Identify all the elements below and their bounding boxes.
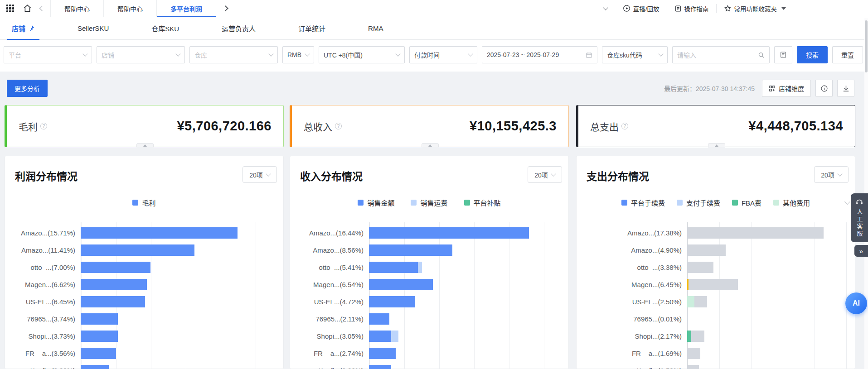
customer-service-widget[interactable]: 人工客服 (851, 193, 868, 242)
timezone-select[interactable]: UTC +8(中国) (319, 46, 405, 63)
tab-order-stats[interactable]: 订单统计 (298, 17, 325, 40)
revenue-distribution-panel: 收入分布情况 20项 销售金额销售运费平台补贴 Amazo...(16.44%)… (290, 156, 569, 369)
help-icon[interactable]: ? (335, 123, 342, 129)
bar-row: FR__a...(3.56%) (5, 345, 275, 362)
kpi-card-gross-profit: 毛利? ¥5,706,720.166 (5, 105, 284, 147)
ai-assistant-button[interactable]: AI (845, 292, 867, 314)
help-icon[interactable]: ? (40, 123, 47, 129)
dimension-icon (769, 85, 776, 92)
bar-segment (369, 348, 396, 359)
tab-help-center-1[interactable]: 帮助中心 (50, 0, 104, 17)
card-collapse-handle[interactable] (136, 143, 154, 147)
warehouse-select[interactable]: 仓库 (189, 46, 278, 63)
legend-item[interactable]: 毛利 (132, 198, 155, 207)
app-grid-menu-icon[interactable] (6, 5, 14, 12)
shop-select[interactable]: 店铺 (97, 46, 185, 63)
tab-scroll-right-icon[interactable] (223, 5, 228, 11)
currency-select[interactable]: RMB (282, 46, 314, 63)
bar-row-label: FR__a...(1.69%) (577, 350, 687, 357)
legend-label: 销售运费 (420, 198, 447, 207)
bar (369, 262, 422, 273)
bar-segment (694, 296, 707, 307)
legend-item[interactable]: 支付手续费 (677, 198, 720, 207)
pin-icon[interactable] (28, 25, 35, 32)
keyword-search-input[interactable]: 请输入 (672, 46, 770, 63)
tab-shop-label: 店铺 (12, 24, 25, 33)
sidebar-collapse-button[interactable]: » (854, 245, 868, 257)
chevron-down-icon (658, 51, 663, 56)
bar-row-label: Magen...(6.45%) (577, 281, 687, 288)
card-collapse-handle[interactable] (708, 143, 725, 147)
legend-item[interactable]: 销售运费 (411, 198, 447, 207)
bar-row-label: Kaufl...(1.52%) (577, 367, 687, 369)
tab-multi-platform-profit[interactable]: 多平台利润 (157, 0, 216, 17)
bar (369, 331, 398, 342)
operation-guide-button[interactable]: 操作指南 (667, 4, 716, 13)
legend-label: 其他费用 (783, 198, 810, 207)
bar-segment (687, 296, 694, 307)
bar-row: 76965...(0.01%) (577, 310, 847, 327)
chart-rows: Amazo...(15.71%)Amazo...(11.41%)otto_...… (5, 224, 275, 369)
bar-segment (687, 244, 726, 256)
more-analysis-button[interactable]: 更多分析 (7, 80, 48, 97)
bar-row: Amazo...(11.41%) (5, 241, 275, 259)
chevron-down-icon (551, 171, 556, 176)
search-icon[interactable] (758, 52, 765, 58)
reset-button[interactable]: 重置 (832, 46, 863, 63)
kpi-value: ¥4,448,705.134 (748, 119, 843, 134)
help-icon[interactable]: ? (621, 123, 628, 129)
bar-row: otto_...(5.41%) (290, 259, 560, 276)
favorites-menu-button[interactable]: 常用功能收藏夹 (716, 4, 794, 13)
sku-type-select[interactable]: 仓库sku代码 (602, 46, 668, 63)
chart-legend: 平台手续费支付手续费FBA费其他费用 (577, 198, 855, 207)
home-icon[interactable] (23, 4, 32, 13)
bar-segment (687, 365, 699, 369)
bar (369, 227, 529, 239)
bar-row-label: FR__a...(2.74%) (290, 350, 369, 357)
date-range-picker[interactable]: 2025-07-23 ~ 2025-07-29 (482, 46, 597, 63)
top-bar: 帮助中心 帮助中心 多平台利润 直播/回放 操作指南 常用功能收藏夹 (0, 0, 868, 17)
bar-row-label: Magen...(6.62%) (5, 281, 81, 288)
bar-row-label: Amazo...(17.38%) (577, 229, 687, 237)
tab-warehouse-sku[interactable]: 仓库SKU (151, 17, 179, 40)
item-count-select[interactable]: 20项 (242, 166, 277, 183)
bar-segment (81, 365, 109, 369)
info-button[interactable] (815, 80, 833, 97)
item-count-select[interactable]: 20项 (814, 166, 849, 183)
tab-scroll-left-icon[interactable] (39, 5, 45, 11)
bar-row: otto_...(7.00%) (5, 259, 275, 276)
bar-segment (81, 313, 118, 325)
bar (687, 296, 707, 307)
chevron-down-icon[interactable] (603, 5, 608, 10)
bar-segment (369, 244, 452, 256)
live-replay-button[interactable]: 直播/回放 (616, 4, 667, 13)
tab-help-center-2[interactable]: 帮助中心 (104, 0, 157, 17)
legend-item[interactable]: 销售金额 (358, 198, 394, 207)
search-button[interactable]: 搜索 (797, 46, 828, 63)
batch-input-button[interactable] (774, 46, 792, 63)
download-button[interactable] (837, 80, 854, 97)
bar-row-label: Shopi...(3.73%) (5, 332, 81, 340)
legend-swatch (132, 200, 138, 206)
bar-segment (689, 279, 738, 290)
legend-item[interactable]: FBA费 (732, 198, 761, 207)
tab-rma[interactable]: RMA (368, 17, 383, 40)
bar (81, 348, 116, 359)
kpi-label: 总支出? (590, 120, 628, 133)
bar (81, 244, 194, 256)
tab-operations-manager[interactable]: 运营负责人 (222, 17, 256, 40)
item-count-select[interactable]: 20项 (528, 166, 562, 183)
legend-item[interactable]: 平台手续费 (621, 198, 665, 207)
time-type-select[interactable]: 付款时间 (409, 46, 477, 63)
bar-row-label: Amazo...(11.41%) (5, 246, 81, 254)
platform-select[interactable]: 平台 (4, 46, 92, 63)
legend-item[interactable]: 其他费用 (773, 198, 810, 207)
card-collapse-handle[interactable] (422, 143, 439, 147)
tab-sellersku[interactable]: SellerSKU (78, 17, 109, 40)
legend-item[interactable]: 平台补贴 (464, 198, 501, 207)
shop-dimension-button[interactable]: 店铺维度 (762, 80, 811, 97)
scrollbar-thumb[interactable] (865, 20, 868, 72)
kpi-label: 总收入? (304, 120, 342, 133)
tab-shop[interactable]: 店铺 (12, 17, 35, 40)
chevron-down-icon (268, 51, 273, 56)
